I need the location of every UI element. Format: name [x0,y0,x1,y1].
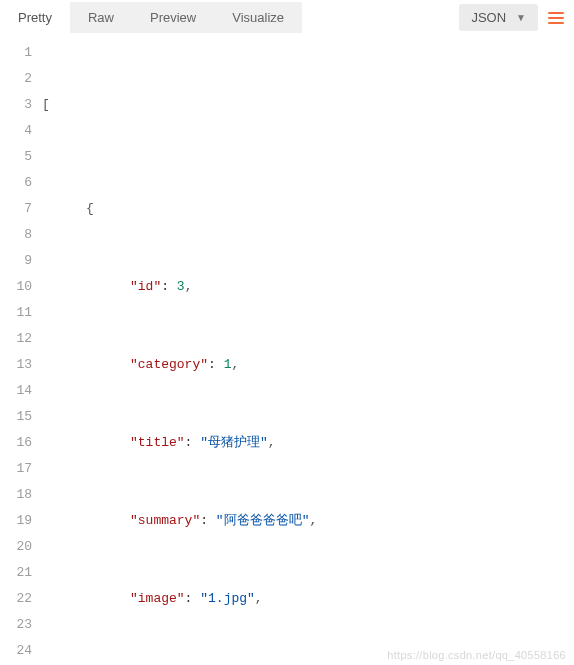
line-number: 21 [0,560,32,586]
tab-preview[interactable]: Preview [132,2,214,33]
tab-visualize[interactable]: Visualize [214,2,302,33]
line-number: 17 [0,456,32,482]
line-number: 15 [0,404,32,430]
format-dropdown[interactable]: JSON ▼ [459,4,538,31]
json-value: "母猪护理" [200,435,268,450]
line-number: 19 [0,508,32,534]
line-number: 3 [0,92,32,118]
wrap-lines-icon[interactable] [548,8,568,28]
tab-raw[interactable]: Raw [70,2,132,33]
line-number: 1 [0,40,32,66]
bracket-open: [ [42,97,50,112]
tab-pretty[interactable]: Pretty [0,2,70,33]
chevron-down-icon: ▼ [516,12,526,23]
line-number: 7 [0,196,32,222]
line-number: 16 [0,430,32,456]
line-number: 18 [0,482,32,508]
line-number: 5 [0,144,32,170]
line-number: 11 [0,300,32,326]
json-key: "category" [130,357,208,372]
line-number: 24 [0,638,32,664]
json-value: "阿爸爸爸爸吧" [216,513,310,528]
line-number: 23 [0,612,32,638]
line-number: 9 [0,248,32,274]
json-value: "1.jpg" [200,591,255,606]
json-value: 3 [177,279,185,294]
line-number: 12 [0,326,32,352]
json-key: "title" [130,435,185,450]
line-number: 10 [0,274,32,300]
format-dropdown-label: JSON [471,10,506,25]
line-number: 2 [0,66,32,92]
json-key: "image" [130,591,185,606]
code-body[interactable]: [ { "id": 3, "category": 1, "title": "母猪… [42,40,574,665]
line-number: 14 [0,378,32,404]
line-number: 22 [0,586,32,612]
watermark-text: https://blog.csdn.net/qq_40558166 [387,649,566,661]
line-gutter: 1 2 3 4 5 6 7 8 9 10 11 12 13 14 15 16 1… [0,40,42,665]
line-number: 6 [0,170,32,196]
line-number: 4 [0,118,32,144]
code-viewer: 1 2 3 4 5 6 7 8 9 10 11 12 13 14 15 16 1… [0,36,574,665]
line-number: 8 [0,222,32,248]
brace-open: { [86,201,94,216]
line-number: 13 [0,352,32,378]
response-tabs: Pretty Raw Preview Visualize JSON ▼ [0,0,574,36]
line-number: 20 [0,534,32,560]
json-key: "summary" [130,513,200,528]
json-key: "id" [130,279,161,294]
